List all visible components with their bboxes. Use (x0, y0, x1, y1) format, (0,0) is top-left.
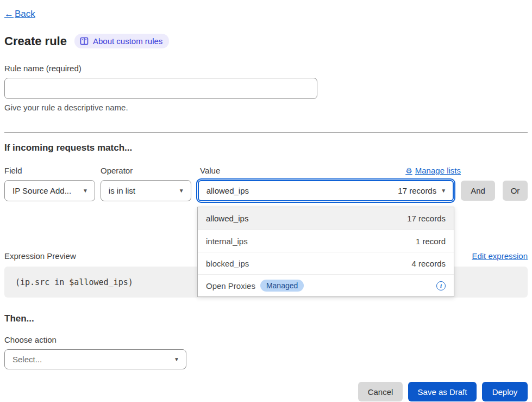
condition-controls-row: IP Source Add... ▼ is in list ▼ allowed_… (4, 180, 528, 201)
list-item-blocked-ips[interactable]: blocked_ips 4 records (198, 252, 454, 274)
about-custom-rules-badge[interactable]: About custom rules (74, 34, 169, 48)
back-arrow-icon: ← (4, 9, 14, 19)
list-dropdown-panel: allowed_ips 17 records internal_ips 1 re… (197, 207, 454, 297)
list-item-name: blocked_ips (206, 259, 249, 268)
or-button[interactable]: Or (503, 181, 528, 201)
edit-expression-link[interactable]: Edit expression (472, 251, 528, 261)
list-item-name: Open Proxies (206, 281, 255, 290)
condition-builder: Field Operator Value ⚙ Manage lists IP S… (4, 166, 528, 201)
operator-select[interactable]: is in list ▼ (101, 180, 191, 201)
list-item-internal-ips[interactable]: internal_ips 1 record (198, 230, 454, 252)
deploy-button[interactable]: Deploy (482, 382, 528, 401)
save-as-draft-button[interactable]: Save as Draft (408, 382, 477, 401)
book-icon (80, 37, 89, 45)
create-rule-page: ←Back Create rule About custom rules Rul… (0, 0, 532, 401)
footer-actions: Cancel Save as Draft Deploy (4, 382, 528, 401)
operator-label: Operator (101, 166, 191, 175)
managed-badge: Managed (260, 280, 304, 292)
value-select-value: allowed_ips (206, 186, 249, 195)
rule-name-label: Rule name (required) (4, 64, 528, 73)
field-select[interactable]: IP Source Add... ▼ (4, 180, 95, 201)
operator-select-value: is in list (109, 186, 135, 195)
title-row: Create rule About custom rules (4, 34, 528, 48)
field-select-value: IP Source Add... (12, 186, 71, 195)
chevron-down-icon: ▼ (174, 356, 179, 362)
back-label: Back (15, 9, 35, 19)
gear-icon: ⚙ (405, 166, 412, 175)
condition-labels-row: Field Operator Value ⚙ Manage lists (4, 166, 528, 175)
chevron-down-icon: ▼ (441, 188, 446, 194)
page-title: Create rule (4, 34, 67, 48)
rule-name-helper: Give your rule a descriptive name. (4, 103, 528, 112)
back-row: ←Back (4, 9, 528, 20)
list-item-meta: 4 records (411, 259, 446, 268)
action-select-placeholder: Select... (12, 355, 42, 364)
manage-lists-label: Manage lists (415, 166, 461, 175)
list-item-allowed-ips[interactable]: allowed_ips 17 records (198, 207, 454, 230)
then-section: Then... Choose action Select... ▼ (4, 313, 528, 369)
expression-preview-label: Expression Preview (4, 251, 76, 261)
info-icon[interactable]: i (436, 281, 446, 290)
and-button[interactable]: And (461, 181, 495, 201)
back-link[interactable]: ←Back (4, 9, 35, 19)
choose-action-label: Choose action (4, 335, 528, 344)
manage-lists-link[interactable]: ⚙ Manage lists (405, 166, 461, 175)
match-heading: If incoming requests match... (4, 143, 528, 153)
list-item-meta: 1 record (416, 237, 446, 246)
then-heading: Then... (4, 313, 528, 324)
action-select[interactable]: Select... ▼ (4, 349, 186, 369)
chevron-down-icon: ▼ (179, 188, 184, 194)
rule-name-group: Rule name (required) Give your rule a de… (4, 64, 528, 112)
list-item-name: allowed_ips (206, 214, 248, 223)
chevron-down-icon: ▼ (83, 188, 88, 194)
list-item-open-proxies[interactable]: Open Proxies Managed i (198, 274, 454, 296)
rule-name-input[interactable] (4, 78, 317, 99)
list-item-name: internal_ips (206, 237, 248, 246)
expression-code: (ip.src in $allowed_ips) (15, 277, 133, 287)
cancel-button[interactable]: Cancel (358, 382, 403, 401)
value-label: Value (200, 166, 220, 175)
section-divider (4, 132, 528, 133)
field-label: Field (4, 166, 95, 175)
value-select-meta: 17 records (398, 186, 436, 195)
value-select[interactable]: allowed_ips 17 records ▼ (198, 180, 454, 201)
list-item-meta: 17 records (407, 214, 446, 223)
about-badge-label: About custom rules (93, 36, 162, 46)
